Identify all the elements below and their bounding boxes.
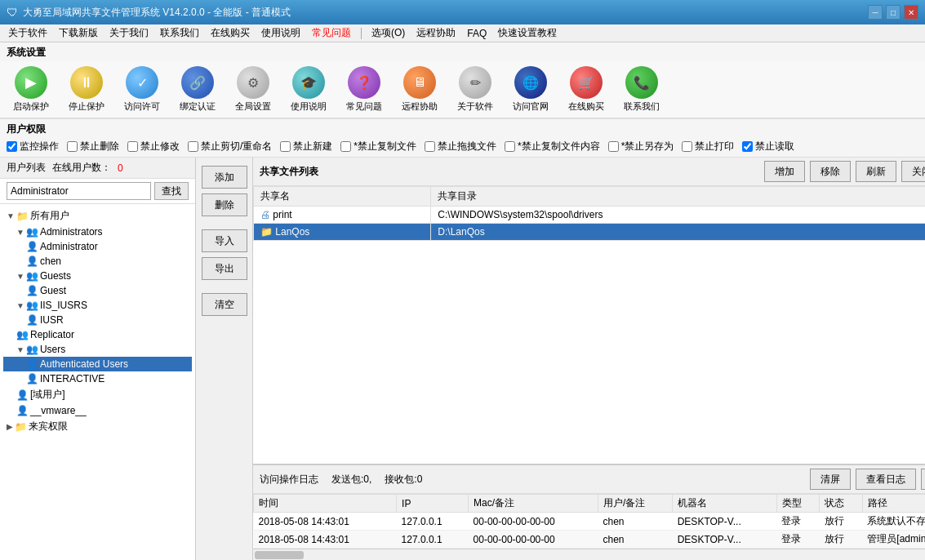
toolbar-bind-auth[interactable]: 🔗 绑定认证: [173, 64, 222, 114]
tree-label-vmware: __vmware__: [30, 405, 87, 416]
share-add-button[interactable]: 增加: [764, 161, 805, 182]
perm-modify-check[interactable]: [127, 141, 138, 152]
toolbar-about[interactable]: ✏ 关于软件: [451, 64, 500, 114]
perm-modify[interactable]: 禁止修改: [127, 140, 180, 153]
manual-icon: 🎓: [292, 66, 325, 99]
access-allow-icon: ✓: [126, 66, 158, 99]
share-close-adv-button[interactable]: 关闭高级模式: [901, 161, 925, 182]
toolbar-stop-protect[interactable]: ⏸ 停止保护: [62, 64, 111, 114]
perm-saveas[interactable]: *禁止另存为: [608, 140, 674, 153]
toolbar-global-settings[interactable]: ⚙ 全局设置: [229, 64, 278, 114]
perm-monitor-label: 监控操作: [20, 140, 59, 153]
toolbar-visit-site[interactable]: 🌐 访问官网: [506, 64, 555, 114]
tree-label-chen: chen: [40, 256, 61, 267]
tree-label-replicator: Replicator: [30, 329, 74, 340]
perm-read-check[interactable]: [742, 141, 753, 152]
tree-node-administrator[interactable]: 👤 Administrator: [3, 239, 192, 254]
log-table-row[interactable]: 2018-05-08 14:43:01127.0.0.100-00-00-00-…: [254, 531, 926, 549]
log-col: 类型: [776, 495, 819, 513]
log-scrollbar[interactable]: [253, 549, 925, 560]
tree-node-all[interactable]: ▼ 📁 所有用户: [3, 207, 192, 224]
menu-faq[interactable]: 常见问题: [307, 24, 356, 42]
middle-area: 用户列表 在线用户数： 0 查找 ▼ 📁 所有用户: [0, 158, 925, 560]
perm-copy-file-check[interactable]: [340, 141, 351, 152]
perm-delete-check[interactable]: [67, 141, 78, 152]
add-button[interactable]: 添加: [202, 166, 247, 189]
log-scrollbar-thumb[interactable]: [255, 551, 304, 559]
user-tree: ▼ 📁 所有用户 ▼ 👥 Administrators: [0, 204, 195, 560]
tree-node-vmware[interactable]: 👤 __vmware__: [3, 403, 192, 418]
toolbar-remote-assist[interactable]: 🖥 远程协助: [395, 64, 444, 114]
menu-about-us[interactable]: 关于我们: [105, 24, 153, 42]
close-button[interactable]: ✕: [904, 5, 918, 20]
export-button[interactable]: 导出: [202, 257, 247, 280]
search-button[interactable]: 查找: [154, 182, 189, 200]
tree-node-interactive[interactable]: 👤 INTERACTIVE: [3, 371, 192, 386]
clear-button[interactable]: 清空: [202, 293, 247, 316]
perm-monitor[interactable]: 监控操作: [7, 140, 59, 153]
menu-about-software[interactable]: 关于软件: [3, 24, 52, 42]
menu-remote[interactable]: 远程协助: [411, 24, 460, 42]
log-cell: 00-00-00-00-00-00: [469, 531, 598, 549]
perm-copy-content-check[interactable]: [505, 141, 515, 152]
tree-node-guest[interactable]: 👤 Guest: [3, 283, 192, 298]
perm-copy-content[interactable]: *禁止复制文件内容: [505, 140, 600, 153]
log-view-button[interactable]: 查看日志: [856, 469, 916, 490]
share-table-row[interactable]: 🖨 print C:\WINDOWS\system32\spool\driver…: [254, 207, 926, 224]
toolbar-contact-us[interactable]: 📞 联系我们: [617, 64, 666, 114]
toolbar-faq[interactable]: ❓ 常见问题: [340, 64, 389, 114]
perm-saveas-check[interactable]: [608, 141, 619, 152]
menu-contact[interactable]: 联系我们: [155, 24, 204, 42]
share-refresh-button[interactable]: 刷新: [856, 161, 896, 182]
menu-options[interactable]: 选项(O): [367, 24, 410, 42]
share-header-buttons: 增加 移除 刷新 关闭高级模式: [764, 161, 925, 182]
tree-node-authusers[interactable]: 👤 Authenticated Users: [3, 357, 192, 371]
menu-manual[interactable]: 使用说明: [256, 24, 305, 42]
perm-modify-label: 禁止修改: [140, 140, 180, 153]
search-input[interactable]: [7, 182, 151, 200]
perm-create-check[interactable]: [280, 141, 291, 152]
toolbar-start-protect[interactable]: ▶ 启动保护: [7, 64, 56, 114]
menu-download[interactable]: 下载新版: [54, 24, 103, 42]
tree-node-domainuser[interactable]: 👤 [域用户]: [3, 386, 192, 403]
import-button[interactable]: 导入: [202, 229, 247, 252]
tree-node-users[interactable]: ▼ 👥 Users: [3, 342, 192, 357]
perm-drag-check[interactable]: [425, 141, 435, 152]
tree-node-iusr[interactable]: 👤 IUSR: [3, 313, 192, 327]
maximize-button[interactable]: □: [886, 5, 901, 20]
log-cell: chen: [598, 513, 672, 531]
perm-cut-rename[interactable]: 禁止剪切/重命名: [188, 140, 272, 153]
menu-quicksetup[interactable]: 快速设置教程: [493, 24, 562, 42]
perm-print[interactable]: 禁止打印: [682, 140, 734, 153]
tree-node-iis[interactable]: ▼ 👥 IIS_IUSRS: [3, 298, 192, 313]
perm-delete[interactable]: 禁止删除: [67, 140, 119, 153]
share-table-row[interactable]: 📁 LanQos D:\LanQos √: [254, 224, 926, 241]
tree-node-guestperms[interactable]: ▶ 📁 来宾权限: [3, 418, 192, 435]
log-chart-button[interactable]: 日志图表: [921, 469, 925, 490]
log-cell: DESKTOP-V...: [673, 531, 777, 549]
user-icon-domainuser: 👤: [16, 389, 29, 401]
share-remove-button[interactable]: 移除: [810, 161, 851, 182]
menu-buy-online[interactable]: 在线购买: [206, 24, 255, 42]
menu-faq2[interactable]: FAQ: [462, 26, 491, 41]
expand-all-icon: ▼: [7, 211, 15, 220]
toolbar-access-allow[interactable]: ✓ 访问许可: [118, 64, 167, 114]
tree-node-guests[interactable]: ▼ 👥 Guests: [3, 269, 192, 283]
perm-read[interactable]: 禁止读取: [742, 140, 794, 153]
perm-monitor-check[interactable]: [7, 141, 17, 152]
toolbar-manual[interactable]: 🎓 使用说明: [284, 64, 333, 114]
log-clear-button[interactable]: 清屏: [810, 469, 851, 490]
delete-button[interactable]: 删除: [202, 193, 247, 216]
perm-create[interactable]: 禁止新建: [280, 140, 332, 153]
perm-copy-file[interactable]: *禁止复制文件: [340, 140, 416, 153]
log-table-row[interactable]: 2018-05-08 14:43:01127.0.0.100-00-00-00-…: [254, 513, 926, 531]
minimize-button[interactable]: ─: [868, 5, 883, 20]
perm-drag[interactable]: 禁止拖拽文件: [425, 140, 496, 153]
perm-print-check[interactable]: [682, 141, 692, 152]
tree-node-administrators[interactable]: ▼ 👥 Administrators: [3, 224, 192, 239]
perm-cut-rename-check[interactable]: [188, 141, 198, 152]
tree-node-replicator[interactable]: 👥 Replicator: [3, 327, 192, 342]
tree-node-chen[interactable]: 👤 chen: [3, 254, 192, 269]
toolbar-contact-label: 联系我们: [624, 100, 660, 113]
toolbar-buy-online[interactable]: 🛒 在线购买: [562, 64, 611, 114]
